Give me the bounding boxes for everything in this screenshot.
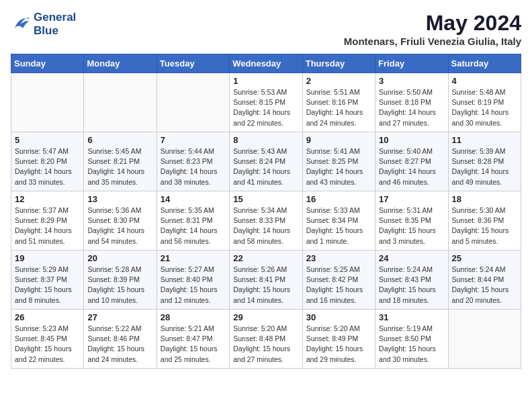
calendar-week-row: 19Sunrise: 5:29 AM Sunset: 8:37 PM Dayli… [11,250,521,310]
day-number: 29 [233,312,298,322]
day-info: Sunrise: 5:35 AM Sunset: 8:31 PM Dayligh… [161,205,226,246]
calendar-table: SundayMondayTuesdayWednesdayThursdayFrid… [11,54,521,369]
day-info: Sunrise: 5:29 AM Sunset: 8:37 PM Dayligh… [15,265,80,306]
day-number: 2 [306,76,371,86]
calendar-week-row: 5Sunrise: 5:47 AM Sunset: 8:20 PM Daylig… [11,132,521,191]
day-info: Sunrise: 5:43 AM Sunset: 8:24 PM Dayligh… [233,146,298,187]
calendar-cell [11,73,84,132]
calendar-cell [448,310,521,369]
day-info: Sunrise: 5:41 AM Sunset: 8:25 PM Dayligh… [306,146,371,187]
day-info: Sunrise: 5:39 AM Sunset: 8:28 PM Dayligh… [452,146,517,187]
calendar-cell: 12Sunrise: 5:37 AM Sunset: 8:29 PM Dayli… [11,191,84,250]
day-info: Sunrise: 5:26 AM Sunset: 8:41 PM Dayligh… [233,265,298,306]
location-subtitle: Montenars, Friuli Venezia Giulia, Italy [344,36,521,47]
calendar-cell: 6Sunrise: 5:45 AM Sunset: 8:21 PM Daylig… [84,132,157,191]
month-title: May 2024 [344,11,521,36]
calendar-week-row: 1Sunrise: 5:53 AM Sunset: 8:15 PM Daylig… [11,73,521,132]
calendar-cell: 21Sunrise: 5:27 AM Sunset: 8:40 PM Dayli… [157,250,229,310]
calendar-header-thursday: Thursday [302,54,375,73]
day-info: Sunrise: 5:51 AM Sunset: 8:16 PM Dayligh… [306,87,371,128]
day-number: 13 [87,194,152,204]
calendar-cell: 10Sunrise: 5:40 AM Sunset: 8:27 PM Dayli… [375,132,448,191]
day-number: 4 [452,76,517,86]
calendar-cell: 3Sunrise: 5:50 AM Sunset: 8:18 PM Daylig… [375,73,448,132]
calendar-cell: 31Sunrise: 5:19 AM Sunset: 8:50 PM Dayli… [375,310,448,369]
calendar-cell: 20Sunrise: 5:28 AM Sunset: 8:39 PM Dayli… [84,250,157,310]
calendar-cell: 30Sunrise: 5:20 AM Sunset: 8:49 PM Dayli… [302,310,375,369]
day-number: 15 [233,194,298,204]
day-number: 14 [161,194,226,204]
logo-icon [11,14,31,34]
page-header: General Blue May 2024 Montenars, Friuli … [11,11,521,47]
calendar-cell [157,73,229,132]
calendar-header-monday: Monday [84,54,157,73]
calendar-cell: 26Sunrise: 5:23 AM Sunset: 8:45 PM Dayli… [11,310,84,369]
day-info: Sunrise: 5:27 AM Sunset: 8:40 PM Dayligh… [161,265,226,306]
day-number: 27 [87,312,152,322]
day-number: 17 [379,194,444,204]
day-info: Sunrise: 5:28 AM Sunset: 8:39 PM Dayligh… [87,265,152,306]
calendar-cell: 1Sunrise: 5:53 AM Sunset: 8:15 PM Daylig… [230,73,302,132]
calendar-cell: 16Sunrise: 5:33 AM Sunset: 8:34 PM Dayli… [302,191,375,250]
calendar-cell: 8Sunrise: 5:43 AM Sunset: 8:24 PM Daylig… [230,132,302,191]
calendar-cell: 11Sunrise: 5:39 AM Sunset: 8:28 PM Dayli… [448,132,521,191]
calendar-cell: 29Sunrise: 5:20 AM Sunset: 8:48 PM Dayli… [230,310,302,369]
day-info: Sunrise: 5:20 AM Sunset: 8:49 PM Dayligh… [306,324,371,365]
calendar-cell [84,73,157,132]
calendar-week-row: 26Sunrise: 5:23 AM Sunset: 8:45 PM Dayli… [11,310,521,369]
calendar-cell: 13Sunrise: 5:36 AM Sunset: 8:30 PM Dayli… [84,191,157,250]
day-info: Sunrise: 5:45 AM Sunset: 8:21 PM Dayligh… [87,146,152,187]
calendar-cell: 2Sunrise: 5:51 AM Sunset: 8:16 PM Daylig… [302,73,375,132]
day-info: Sunrise: 5:30 AM Sunset: 8:36 PM Dayligh… [452,205,517,246]
calendar-cell: 23Sunrise: 5:25 AM Sunset: 8:42 PM Dayli… [302,250,375,310]
title-block: May 2024 Montenars, Friuli Venezia Giuli… [344,11,521,47]
day-info: Sunrise: 5:24 AM Sunset: 8:44 PM Dayligh… [452,265,517,306]
day-number: 22 [233,253,298,263]
calendar-cell: 28Sunrise: 5:21 AM Sunset: 8:47 PM Dayli… [157,310,229,369]
calendar-header-friday: Friday [375,54,448,73]
day-number: 7 [161,135,226,145]
day-info: Sunrise: 5:23 AM Sunset: 8:45 PM Dayligh… [15,324,80,365]
day-number: 12 [15,194,80,204]
day-number: 25 [452,253,517,263]
calendar-header-row: SundayMondayTuesdayWednesdayThursdayFrid… [11,54,521,73]
calendar-body: 1Sunrise: 5:53 AM Sunset: 8:15 PM Daylig… [11,73,521,369]
calendar-cell: 19Sunrise: 5:29 AM Sunset: 8:37 PM Dayli… [11,250,84,310]
day-number: 11 [452,135,517,145]
logo: General Blue [11,11,76,37]
calendar-header-tuesday: Tuesday [157,54,229,73]
day-number: 9 [306,135,371,145]
day-number: 26 [15,312,80,322]
calendar-cell: 24Sunrise: 5:24 AM Sunset: 8:43 PM Dayli… [375,250,448,310]
calendar-header-saturday: Saturday [448,54,521,73]
day-number: 1 [233,76,298,86]
day-info: Sunrise: 5:20 AM Sunset: 8:48 PM Dayligh… [233,324,298,365]
day-info: Sunrise: 5:22 AM Sunset: 8:46 PM Dayligh… [87,324,152,365]
calendar-cell: 4Sunrise: 5:48 AM Sunset: 8:19 PM Daylig… [448,73,521,132]
day-info: Sunrise: 5:25 AM Sunset: 8:42 PM Dayligh… [306,265,371,306]
calendar-cell: 27Sunrise: 5:22 AM Sunset: 8:46 PM Dayli… [84,310,157,369]
day-info: Sunrise: 5:44 AM Sunset: 8:23 PM Dayligh… [161,146,226,187]
day-number: 19 [15,253,80,263]
calendar-cell: 25Sunrise: 5:24 AM Sunset: 8:44 PM Dayli… [448,250,521,310]
day-info: Sunrise: 5:34 AM Sunset: 8:33 PM Dayligh… [233,205,298,246]
day-info: Sunrise: 5:40 AM Sunset: 8:27 PM Dayligh… [379,146,444,187]
day-info: Sunrise: 5:36 AM Sunset: 8:30 PM Dayligh… [87,205,152,246]
day-number: 28 [161,312,226,322]
calendar-cell: 18Sunrise: 5:30 AM Sunset: 8:36 PM Dayli… [448,191,521,250]
day-number: 31 [379,312,444,322]
day-number: 24 [379,253,444,263]
logo-text: General Blue [34,11,76,37]
calendar-cell: 17Sunrise: 5:31 AM Sunset: 8:35 PM Dayli… [375,191,448,250]
day-info: Sunrise: 5:31 AM Sunset: 8:35 PM Dayligh… [379,205,444,246]
day-info: Sunrise: 5:47 AM Sunset: 8:20 PM Dayligh… [15,146,80,187]
calendar-cell: 14Sunrise: 5:35 AM Sunset: 8:31 PM Dayli… [157,191,229,250]
calendar-header-wednesday: Wednesday [230,54,302,73]
day-number: 23 [306,253,371,263]
calendar-cell: 15Sunrise: 5:34 AM Sunset: 8:33 PM Dayli… [230,191,302,250]
calendar-cell: 7Sunrise: 5:44 AM Sunset: 8:23 PM Daylig… [157,132,229,191]
day-number: 3 [379,76,444,86]
day-number: 18 [452,194,517,204]
day-info: Sunrise: 5:37 AM Sunset: 8:29 PM Dayligh… [15,205,80,246]
day-info: Sunrise: 5:19 AM Sunset: 8:50 PM Dayligh… [379,324,444,365]
